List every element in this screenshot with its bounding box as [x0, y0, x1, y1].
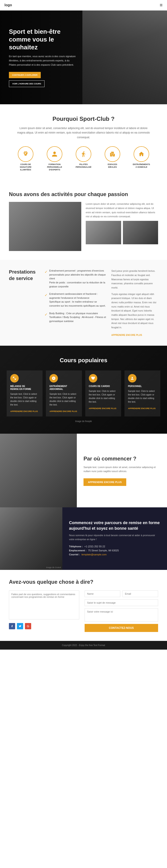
- view-schedule-button[interactable]: VOIR L'HORAIRE DES COURS: [9, 81, 45, 87]
- circle-label-2: FORMATION PERSONNELLE D'EXPERTS: [47, 163, 62, 171]
- contact-phone-label: Téléphone :: [69, 545, 83, 548]
- course-link-4[interactable]: APPRENDRE ENCORE PLUS: [128, 407, 156, 409]
- circle-item-4: ESPACES IDÉALES: [100, 146, 125, 171]
- start-text: Sample text. Lorem ipsum dolor sit amet,…: [83, 465, 160, 473]
- course-name-4: PERSONNEL: [128, 385, 157, 388]
- why-title: Pourquoi Sport-Club ?: [13, 116, 154, 122]
- course-icon-4: [128, 374, 136, 382]
- activities-left: [9, 202, 81, 251]
- cardio-icon: [91, 376, 95, 380]
- course-card-2: ENTRAÎNEMENT ABDOMINAL Sample text. Clic…: [46, 370, 82, 416]
- feedback-layout: CONTACTEZ-NOUS: [9, 590, 158, 632]
- courses-grid: MÉLANGE DE REMISE EN FORME Sample text. …: [7, 370, 160, 416]
- hero-content: Sport et bien-être comme vous le souhait…: [0, 21, 85, 94]
- contact-phone: Téléphone : +1 (232) 252 55 22: [69, 545, 160, 548]
- activity-image-bottom-right: [123, 221, 158, 244]
- course-text-4: Sample text. Click to select the text bo…: [128, 390, 157, 404]
- icon-circles-container: COURS DE SIGNATURE ILLIMITÉES FORMATION …: [13, 146, 154, 171]
- activities-section: Nous avons des activités pour chaque pas…: [0, 182, 167, 260]
- building-icon: [109, 151, 116, 157]
- course-name-3: COURS DE CARDIO: [89, 385, 118, 388]
- contact-location-label: Emplacement :: [69, 549, 86, 552]
- email-input[interactable]: [122, 590, 158, 597]
- hero-buttons: CONTINUER À EXPLORER VOIR L'HORAIRE DES …: [9, 72, 76, 87]
- services-learn-more-button[interactable]: APPRENDRE ENCORE PLUS: [111, 334, 142, 336]
- hamburger-icon[interactable]: ≡: [160, 2, 163, 8]
- contact-section: Image de Gratuit Commencez votre parcour…: [0, 507, 167, 570]
- feedback-title: Avez-vous quelque chose à dire?: [9, 579, 158, 585]
- course-link-3[interactable]: APPRENDRE ENCORE PLUS: [89, 407, 117, 409]
- circle-3: [76, 146, 91, 162]
- name-input[interactable]: [85, 590, 120, 597]
- hero-title: Sport et bien-être comme vous le souhait…: [9, 28, 76, 51]
- circle-5: [134, 146, 149, 162]
- contact-image: Image de Gratuit: [0, 507, 62, 570]
- contact-location: Emplacement : 75 Street Sample, WI 63025: [69, 549, 160, 552]
- activities-title: Nous avons des activités pour chaque pas…: [9, 191, 158, 197]
- feedback-right: CONTACTEZ-NOUS: [85, 590, 158, 632]
- why-text: Lorem ipsum dolor sit amet, consectetur …: [17, 126, 150, 140]
- footer: Copyright 2022 - Enjoy the free Text For…: [0, 641, 167, 650]
- start-image: [0, 434, 77, 507]
- service-text-3: Body Building : Crée un physique muscula…: [49, 311, 107, 323]
- form-row-1: [85, 590, 158, 597]
- circle-label-3: PILATES PERSONNALISÉ: [76, 163, 91, 168]
- contact-subtitle: Nous sommes là pour répondre à tout beso…: [69, 533, 160, 541]
- logo: logo: [4, 3, 12, 7]
- course-link-2[interactable]: APPRENDRE ENCORE PLUS: [49, 410, 77, 412]
- start-button[interactable]: APPRENDRE ENCORE PLUS: [83, 478, 126, 486]
- service-text-2: Entraînement cardiovasculaire et fractio…: [49, 292, 107, 308]
- activity-image-large: [9, 202, 81, 251]
- submit-button[interactable]: CONTACTEZ-NOUS: [85, 624, 158, 632]
- personal-icon: [130, 376, 134, 380]
- abdominal-icon: [52, 376, 56, 380]
- activities-text-images: Lorem ipsum dolor sit amet, consectetur …: [86, 202, 158, 244]
- contact-content: Commencez votre parcours de remise en fo…: [62, 507, 167, 570]
- continue-button[interactable]: CONTINUER À EXPLORER: [9, 72, 41, 78]
- start-person: [0, 434, 77, 507]
- service-item-2: ✓ Entraînement cardiovasculaire et fract…: [45, 292, 107, 308]
- services-extra-text: Sed juieur proin gravida hendrerit lectu…: [111, 269, 158, 337]
- course-icon-1: [10, 374, 19, 382]
- circle-4: [105, 146, 120, 162]
- contact-image-source: Image de Gratuit: [46, 566, 61, 568]
- contact-email-value[interactable]: template@sample.com: [82, 553, 107, 556]
- facebook-icon[interactable]: [9, 623, 15, 629]
- check-icon-2: ✓: [45, 292, 47, 308]
- contact-location-value: 75 Street Sample, WI 63025: [88, 549, 119, 552]
- check-icon-3: ✓: [45, 312, 47, 323]
- subject-input[interactable]: [85, 599, 158, 606]
- yoga-icon: [80, 151, 87, 157]
- course-link-1[interactable]: APPRENDRE ENCORE PLUS: [10, 410, 38, 412]
- service-item-3: ✓ Body Building : Crée un physique muscu…: [45, 311, 107, 323]
- services-right-text1: Sed juieur proin gravida hendrerit lectu…: [111, 269, 158, 290]
- circle-item-5: ENTRAÎNEMENTS À DOMICILE: [129, 146, 154, 171]
- hero-section: Sport et bien-être comme vous le souhait…: [0, 10, 167, 104]
- activities-text: Lorem ipsum dolor sit amet, consectetur …: [86, 202, 158, 219]
- contact-title: Commencez votre parcours de remise en fo…: [69, 520, 160, 531]
- fitness-icon: [12, 376, 16, 380]
- services-list: ✓ Entraînement personnel : programmes d'…: [45, 269, 111, 337]
- check-icon-1: ✓: [45, 269, 47, 288]
- course-icon-2: [49, 374, 58, 382]
- course-card-1: MÉLANGE DE REMISE EN FORME Sample text. …: [7, 370, 43, 416]
- activities-small-images: [86, 221, 158, 244]
- circle-label-4: ESPACES IDÉALES: [108, 163, 117, 168]
- message-input[interactable]: [85, 608, 158, 622]
- twitter-icon[interactable]: [17, 623, 23, 629]
- service-item-1: ✓ Entraînement personnel : programmes d'…: [45, 269, 107, 288]
- person-icon: [51, 151, 58, 157]
- course-card-3: COURS DE CARDIO Sample text. Click to se…: [85, 370, 121, 416]
- why-section: Pourquoi Sport-Club ? Lorem ipsum dolor …: [0, 104, 167, 182]
- feedback-section: Avez-vous quelque chose à dire?: [0, 570, 167, 641]
- course-name-1: MÉLANGE DE REMISE EN FORME: [10, 385, 39, 391]
- home-icon: [138, 151, 144, 157]
- google-icon[interactable]: [25, 623, 31, 629]
- courses-section: Cours populaires MÉLANGE DE REMISE EN FO…: [0, 346, 167, 434]
- start-title: Par où commencer ?: [83, 455, 160, 462]
- feedback-textarea[interactable]: [9, 590, 79, 619]
- start-content: Par où commencer ? Sample text. Lorem ip…: [77, 434, 167, 507]
- services-section: Prestations de service ✓ Entraînement pe…: [0, 260, 167, 346]
- services-title: Prestations de service: [9, 269, 40, 282]
- contact-email-label: Courriel :: [69, 553, 80, 556]
